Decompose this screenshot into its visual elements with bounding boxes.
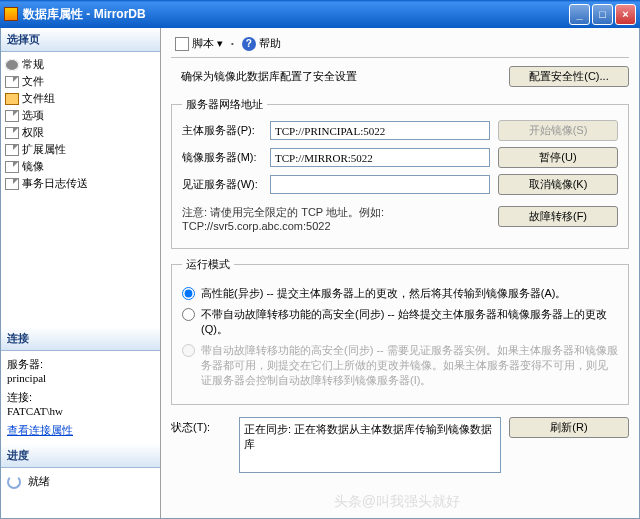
tree-item-files[interactable]: 文件 (3, 73, 158, 90)
progress-header: 进度 (1, 444, 160, 468)
gear-icon (5, 59, 19, 71)
close-button[interactable]: × (615, 4, 636, 25)
witness-input[interactable] (270, 175, 490, 194)
maximize-button[interactable]: □ (592, 4, 613, 25)
sidebar: 选择页 常规 文件 文件组 选项 权限 扩展属性 镜像 事务日志传送 连接 服务… (1, 28, 161, 518)
window-buttons: _ □ × (569, 4, 636, 25)
view-connection-link[interactable]: 查看连接属性 (7, 424, 73, 436)
help-icon: ? (242, 37, 256, 51)
tree-item-permissions[interactable]: 权限 (3, 124, 158, 141)
dropdown-icon: ▾ (217, 37, 223, 50)
principal-input[interactable] (270, 121, 490, 140)
failover-button[interactable]: 故障转移(F) (498, 206, 618, 227)
conn-label: 连接: (7, 390, 154, 405)
mode-noauto-label: 不带自动故障转移功能的高安全(同步) -- 始终提交主体服务器和镜像服务器上的更… (201, 307, 618, 337)
main-panel: 脚本 ▾ • ?帮助 确保为镜像此数据库配置了安全设置 配置安全性(C)... … (161, 28, 639, 518)
progress-spinner-icon (7, 475, 21, 489)
tree-item-extprops[interactable]: 扩展属性 (3, 141, 158, 158)
script-icon (175, 37, 189, 51)
separator-icon: • (231, 39, 234, 48)
remove-mirror-button[interactable]: 取消镜像(K) (498, 174, 618, 195)
help-button[interactable]: ?帮助 (238, 34, 285, 53)
server-label: 服务器: (7, 357, 154, 372)
mode-auto-radio (182, 344, 195, 357)
start-mirror-button: 开始镜像(S) (498, 120, 618, 141)
configure-security-button[interactable]: 配置安全性(C)... (509, 66, 629, 87)
run-mode-group: 运行模式 高性能(异步) -- 提交主体服务器上的更改，然后将其传输到镜像服务器… (171, 257, 629, 405)
conn-value: FATCAT\hw (7, 405, 154, 417)
page-icon (5, 76, 19, 88)
run-mode-legend: 运行模式 (182, 257, 234, 272)
page-icon (5, 178, 19, 190)
mode-highperf-label: 高性能(异步) -- 提交主体服务器上的更改，然后将其传输到镜像服务器(A)。 (201, 286, 566, 301)
tree-item-options[interactable]: 选项 (3, 107, 158, 124)
minimize-button[interactable]: _ (569, 4, 590, 25)
server-value: principal (7, 372, 154, 384)
title-bar: 数据库属性 - MirrorDB _ □ × (0, 0, 640, 28)
folder-icon (5, 93, 19, 105)
pause-button[interactable]: 暂停(U) (498, 147, 618, 168)
page-icon (5, 127, 19, 139)
toolbar: 脚本 ▾ • ?帮助 (171, 34, 629, 57)
progress-value: 就绪 (28, 475, 50, 487)
tree-item-filegroups[interactable]: 文件组 (3, 90, 158, 107)
witness-label: 见证服务器(W): (182, 177, 262, 192)
tree-item-logship[interactable]: 事务日志传送 (3, 175, 158, 192)
page-icon (5, 161, 19, 173)
script-button[interactable]: 脚本 ▾ (171, 34, 227, 53)
mode-noauto-radio[interactable] (182, 308, 195, 321)
connection-header: 连接 (1, 327, 160, 351)
principal-label: 主体服务器(P): (182, 123, 262, 138)
window-title: 数据库属性 - MirrorDB (23, 6, 569, 23)
mirror-label: 镜像服务器(M): (182, 150, 262, 165)
status-box: 正在同步: 正在将数据从主体数据库传输到镜像数据库 (239, 417, 501, 473)
mirror-input[interactable] (270, 148, 490, 167)
mode-auto-label: 带自动故障转移功能的高安全(同步) -- 需要见证服务器实例。如果主体服务器和镜… (201, 343, 618, 388)
pages-header: 选择页 (1, 28, 160, 52)
security-message: 确保为镜像此数据库配置了安全设置 (171, 69, 509, 84)
app-icon (4, 7, 18, 21)
server-address-legend: 服务器网络地址 (182, 97, 267, 112)
page-tree: 常规 文件 文件组 选项 权限 扩展属性 镜像 事务日志传送 (1, 52, 160, 196)
server-address-group: 服务器网络地址 主体服务器(P): 开始镜像(S) 镜像服务器(M): 暂停(U… (171, 97, 629, 249)
status-label: 状态(T): (171, 417, 231, 435)
tree-item-mirror[interactable]: 镜像 (3, 158, 158, 175)
tree-item-general[interactable]: 常规 (3, 56, 158, 73)
mode-highperf-radio[interactable] (182, 287, 195, 300)
page-icon (5, 110, 19, 122)
page-icon (5, 144, 19, 156)
address-note: 注意: 请使用完全限定的 TCP 地址。例如: TCP://svr5.corp.… (182, 205, 490, 232)
refresh-button[interactable]: 刷新(R) (509, 417, 629, 438)
